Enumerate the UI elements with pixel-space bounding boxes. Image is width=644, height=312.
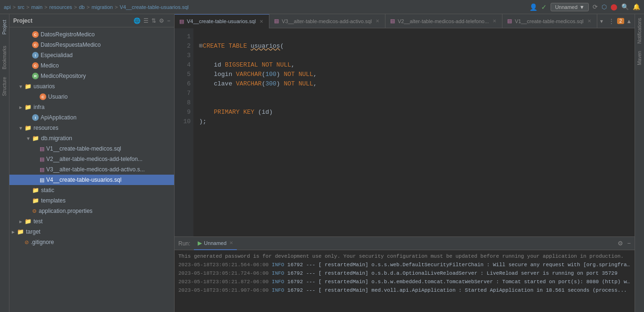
tree-item-folder-templates[interactable]: 📁 templates — [9, 195, 174, 206]
maven-tab[interactable]: Maven — [635, 47, 644, 69]
props-icon: ⚙ — [32, 208, 37, 214]
class-icon-datosregistro: C — [32, 31, 39, 38]
left-sidebar: Project Bookmarks Structure — [0, 14, 9, 312]
path-file[interactable]: V4__create-table-usuarios.sql — [120, 4, 189, 10]
structure-tab[interactable]: Structure — [1, 73, 8, 100]
avatar-icon[interactable]: 👤 — [529, 3, 537, 11]
tree-item-folder-dbmigration[interactable]: ▼ 📁 db.migration — [9, 133, 174, 143]
tab-actions: 2 ▲ ▼ — [617, 18, 635, 25]
tab-overflow-button[interactable]: ▾ — [597, 18, 606, 25]
path-db[interactable]: db — [79, 4, 84, 10]
sync-icon[interactable]: ⟳ — [593, 3, 598, 10]
panel-title: Project — [13, 17, 131, 24]
class-icon-medico: C — [32, 62, 39, 69]
notifications-tab[interactable]: Notifications — [635, 14, 644, 47]
project-tab[interactable]: Project — [1, 16, 8, 38]
panel-icons: 🌐 ☰ ⇅ ⚙ − — [134, 17, 170, 24]
class-icon-usuario: C — [40, 93, 46, 100]
run-tab-label: Unnamed — [204, 240, 226, 246]
caret-up-icon[interactable]: ▲ — [626, 18, 632, 25]
tab-v3[interactable]: ▤ V3__alter-table-medicos-add-activo.sql… — [269, 14, 385, 28]
tree-item-v3sql[interactable]: ▤ V3__alter-table-medicos-add-activo.s..… — [9, 164, 174, 175]
checkmark-icon[interactable]: ✓ — [541, 3, 547, 11]
plugin-icon[interactable]: ⬡ — [602, 3, 607, 10]
arrow-icon-usuarios: ▼ — [17, 84, 25, 89]
top-bar-actions: 👤 ✓ Unnamed ▼ ⟳ ⬡ ⬤ 🔍 🔔 — [529, 3, 640, 11]
run-tab-icon: ▶ — [198, 240, 202, 246]
search-icon[interactable]: 🔍 — [621, 3, 629, 10]
tab-label-v1: V1__create-table-medicos.sql — [515, 18, 584, 24]
tree-item-datosregistromedico[interactable]: C DatosRegistroMedico — [9, 29, 174, 40]
tree-item-folder-target[interactable]: ► 📁 target — [9, 227, 174, 237]
run-close-icon[interactable]: − — [627, 240, 631, 247]
tab-v1[interactable]: ▤ V1__create-table-medicos.sql ✕ — [502, 14, 597, 28]
path-api[interactable]: api — [4, 4, 11, 10]
tree-item-gitignore[interactable]: ⊘ .gitignore — [9, 237, 174, 247]
panel-header: Project 🌐 ☰ ⇅ ⚙ − — [9, 14, 174, 27]
breadcrumb: api > src > main > resources > db > migr… — [4, 4, 189, 10]
code-line-1 — [199, 32, 629, 42]
code-line-3 — [199, 51, 629, 60]
tree-item-v1sql[interactable]: ▤ V1__create-table-medicos.sql — [9, 143, 174, 154]
path-src[interactable]: src — [17, 4, 25, 10]
path-main[interactable]: main — [31, 4, 42, 10]
tree-item-usuario[interactable]: C Usuario — [9, 92, 174, 102]
sql-icon-v3: ▤ — [40, 167, 44, 173]
run-label: Run: — [178, 240, 190, 247]
tree-item-medicorepository[interactable]: R MedicoRepository — [9, 71, 174, 81]
tree-item-medico[interactable]: C Medico — [9, 60, 174, 71]
minimize-icon[interactable]: − — [167, 17, 170, 24]
sort-icon[interactable]: ⇅ — [151, 17, 156, 24]
tab-label-v4: V4__create-table-usuarios.sql — [187, 18, 256, 24]
tree-item-appproperties[interactable]: ⚙ application.properties — [9, 206, 174, 216]
folder-icon-static: 📁 — [32, 187, 39, 194]
git-icon: ⊘ — [25, 239, 29, 245]
project-dropdown[interactable]: Unnamed ▼ — [551, 3, 589, 11]
settings-icon[interactable]: ⚙ — [159, 17, 164, 24]
tab-bar: ▤ V4__create-table-usuarios.sql ✕ ▤ V3__… — [175, 14, 635, 28]
tab-close-v4[interactable]: ✕ — [259, 19, 264, 24]
bell-icon[interactable]: 🔔 — [633, 3, 640, 10]
list-icon[interactable]: ☰ — [143, 17, 149, 24]
tree-item-apiapplication[interactable]: I ApiApplication — [9, 112, 174, 123]
bookmarks-tab[interactable]: Bookmarks — [1, 42, 8, 73]
tree-item-folder-infra[interactable]: ► 📁 infra — [9, 102, 174, 112]
code-line-9: PRIMARY KEY (id) — [199, 108, 629, 117]
path-resources[interactable]: resources — [50, 4, 72, 10]
tab-label-v3: V3__alter-table-medicos-add-activo.sql — [282, 18, 372, 24]
tab-close-v1[interactable]: ✕ — [586, 18, 592, 24]
run-panel-header: Run: ▶ Unnamed ✕ ⚙ − — [175, 237, 635, 250]
sql-tab-icon-v4: ▤ — [179, 18, 184, 25]
folder-icon-templates: 📁 — [32, 197, 39, 204]
tab-close-v3[interactable]: ✕ — [375, 18, 380, 24]
tab-menu-button[interactable]: ⋮ — [606, 18, 617, 25]
tab-close-v2[interactable]: ✕ — [492, 18, 497, 24]
line-numbers: 1 2 3 4 5 6 7 8 9 10 — [175, 28, 193, 236]
folder-icon-dbmigration: 📁 — [32, 135, 39, 142]
path-migration[interactable]: migration — [92, 4, 113, 10]
tree-item-folder-static[interactable]: 📁 static — [9, 185, 174, 195]
interface-icon-apiapplication: I — [32, 114, 39, 121]
tab-v2[interactable]: ▤ V2__alter-table-medicos-add-telefono..… — [385, 14, 502, 28]
run-tab-close[interactable]: ✕ — [229, 240, 233, 245]
tree-item-folder-test[interactable]: ► 📁 test — [9, 216, 174, 227]
code-editor[interactable]: ⊞CREATE TABLE usuarios( id BIGSERIAL NOT… — [193, 28, 635, 236]
record-icon[interactable]: ⬤ — [611, 3, 618, 10]
tree-item-folder-usuarios[interactable]: ▼ 📁 usuarios — [9, 81, 174, 92]
tree-item-folder-resources[interactable]: ▼ 📁 resources — [9, 123, 174, 133]
tab-v4[interactable]: ▤ V4__create-table-usuarios.sql ✕ — [175, 14, 269, 28]
run-tab-unnamed[interactable]: ▶ Unnamed ✕ — [194, 237, 237, 250]
tree-item-datosrespuestamedico[interactable]: C DatosRespuestaMedico — [9, 40, 174, 50]
run-settings-icon[interactable]: ⚙ — [618, 240, 623, 247]
repo-icon-medicorepository: R — [32, 73, 39, 79]
code-line-5: login VARCHAR(100) NOT NULL, — [199, 70, 629, 79]
tree-item-v2sql[interactable]: ▤ V2__alter-table-medicos-add-telefon... — [9, 154, 174, 164]
project-name-label: Unnamed — [555, 4, 577, 10]
dropdown-arrow-icon: ▼ — [579, 4, 585, 10]
folder-icon-usuarios: 📁 — [25, 83, 32, 90]
tree-item-especialidad[interactable]: I Especialidad — [9, 50, 174, 60]
tree-item-v4sql[interactable]: ▤ V4__create-table-usuarios.sql — [9, 175, 174, 185]
globe-icon[interactable]: 🌐 — [134, 17, 141, 24]
log-line-2: 2023-05-18T23:05:21.724-06:00 INFO 16792… — [178, 269, 631, 278]
folder-icon-test: 📁 — [25, 218, 32, 225]
